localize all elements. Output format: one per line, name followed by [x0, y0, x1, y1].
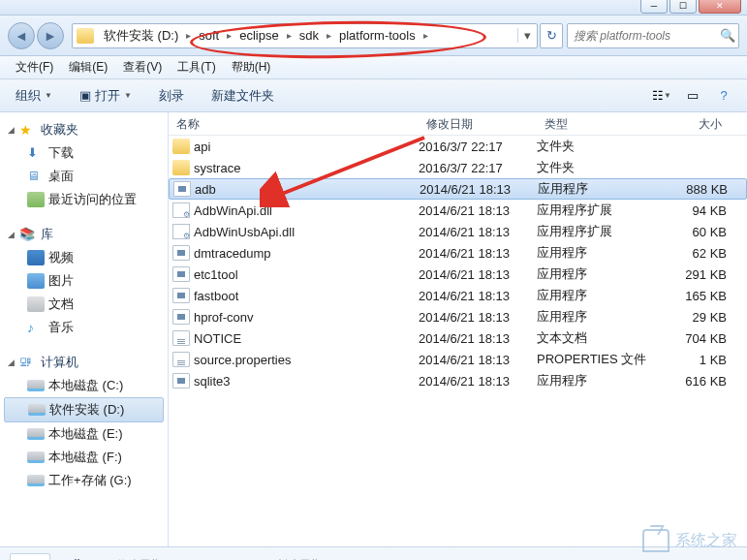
column-headers: 名称 修改日期 类型 大小	[169, 112, 747, 136]
libraries-header[interactable]: ◢ 📚 库	[0, 223, 168, 246]
sidebar-item-drive-g[interactable]: 工作+存储 (G:)	[0, 469, 168, 492]
file-type: 应用程序	[537, 265, 655, 283]
chevron-right-icon[interactable]: ▸	[225, 30, 233, 41]
search-box[interactable]: 🔍	[567, 23, 739, 48]
file-row[interactable]: AdbWinApi.dll2014/6/21 18:13应用程序扩展94 KB	[169, 200, 747, 221]
view-options-button[interactable]: ☷▼	[648, 84, 675, 108]
file-row[interactable]: adb2014/6/21 18:13应用程序888 KB	[169, 178, 747, 200]
burn-button[interactable]: 刻录	[153, 84, 190, 108]
file-row[interactable]: source.properties2014/6/21 18:13PROPERTI…	[169, 349, 747, 370]
sidebar-item-drive-c[interactable]: 本地磁盘 (C:)	[0, 374, 168, 397]
chevron-down-icon: ▼	[124, 91, 132, 100]
sidebar-item-recent[interactable]: 最近访问的位置	[0, 188, 168, 211]
libraries-label: 库	[41, 226, 53, 243]
address-bar: ◄ ► 软件安装 (D:)▸ soft▸ eclipse▸ sdk▸ platf…	[0, 16, 747, 56]
close-button[interactable]: ✕	[699, 0, 741, 14]
recent-icon	[27, 192, 45, 207]
file-type: 应用程序扩展	[537, 202, 655, 219]
file-row[interactable]: fastboot2014/6/21 18:13应用程序165 KB	[169, 285, 747, 306]
column-type[interactable]: 类型	[537, 112, 655, 135]
app-icon: ▣	[79, 88, 91, 103]
file-list[interactable]: 名称 修改日期 类型 大小 api2016/3/7 22:17文件夹systra…	[169, 112, 747, 546]
menu-view[interactable]: 查看(V)	[115, 57, 170, 78]
file-size: 704 KB	[655, 331, 727, 346]
chevron-right-icon[interactable]: ▸	[325, 30, 333, 41]
column-date[interactable]: 修改日期	[419, 112, 537, 135]
file-icon	[172, 288, 190, 303]
file-row[interactable]: AdbWinUsbApi.dll2014/6/21 18:13应用程序扩展60 …	[169, 221, 747, 242]
file-type: 文本文档	[537, 329, 655, 347]
sidebar-item-downloads[interactable]: ⬇下载	[0, 141, 168, 165]
menu-edit[interactable]: 编辑(E)	[61, 57, 115, 78]
breadcrumb-item[interactable]: soft	[193, 25, 225, 46]
forward-button[interactable]: ►	[37, 22, 64, 49]
chevron-right-icon[interactable]: ▸	[421, 30, 430, 41]
breadcrumb-item[interactable]: platform-tools	[333, 25, 421, 46]
menu-file[interactable]: 文件(F)	[8, 57, 61, 78]
minimize-button[interactable]: ─	[640, 0, 668, 14]
breadcrumb[interactable]: 软件安装 (D:)▸ soft▸ eclipse▸ sdk▸ platform-…	[72, 23, 538, 48]
refresh-button[interactable]: ↻	[540, 23, 563, 48]
sidebar-item-drive-d[interactable]: 软件安装 (D:)	[4, 397, 164, 422]
file-row[interactable]: etc1tool2014/6/21 18:13应用程序291 KB	[169, 264, 747, 285]
sidebar-item-documents[interactable]: 文档	[0, 293, 168, 316]
file-type: 应用程序	[538, 180, 656, 198]
sidebar-item-drive-e[interactable]: 本地磁盘 (E:)	[0, 422, 168, 446]
back-button[interactable]: ◄	[8, 22, 35, 49]
chevron-down-icon: ▼	[45, 91, 52, 100]
computer-header[interactable]: ◢ 🖳 计算机	[0, 351, 168, 374]
maximize-button[interactable]: ☐	[669, 0, 697, 14]
new-folder-button[interactable]: 新建文件夹	[205, 84, 280, 108]
file-date: 2014/6/21 18:13	[419, 246, 537, 261]
breadcrumb-item[interactable]: eclipse	[233, 25, 284, 46]
file-row[interactable]: dmtracedump2014/6/21 18:13应用程序62 KB	[169, 242, 747, 264]
address-dropdown[interactable]: ▾	[517, 28, 537, 43]
sidebar-item-desktop[interactable]: 🖥桌面	[0, 165, 168, 188]
search-input[interactable]	[574, 29, 720, 43]
navigation-pane[interactable]: ◢ ★ 收藏夹 ⬇下载 🖥桌面 最近访问的位置 ◢ 📚 库 视频 图片 文档 ♪…	[0, 112, 169, 546]
sidebar-item-music[interactable]: ♪音乐	[0, 316, 168, 339]
file-row[interactable]: sqlite32014/6/21 18:13应用程序616 KB	[169, 370, 747, 391]
help-button[interactable]: ?	[710, 84, 737, 108]
preview-pane-button[interactable]: ▭	[679, 84, 706, 108]
file-type: 文件夹	[537, 159, 655, 176]
file-row[interactable]: api2016/3/7 22:17文件夹	[169, 136, 747, 157]
chevron-right-icon[interactable]: ▸	[285, 30, 294, 41]
file-icon	[172, 224, 190, 239]
details-pane: adb 应用程序 修改日期: 2014/6/21 18:13 大小: 887 K…	[0, 546, 747, 560]
menu-bar: 文件(F) 编辑(E) 查看(V) 工具(T) 帮助(H)	[0, 56, 747, 79]
file-icon	[172, 309, 190, 325]
favorites-group: ◢ ★ 收藏夹 ⬇下载 🖥桌面 最近访问的位置	[0, 118, 168, 211]
computer-group: ◢ 🖳 计算机 本地磁盘 (C:) 软件安装 (D:) 本地磁盘 (E:) 本地…	[0, 351, 168, 492]
file-icon	[172, 330, 190, 346]
file-size: 29 KB	[655, 310, 727, 325]
sidebar-item-drive-f[interactable]: 本地磁盘 (F:)	[0, 446, 168, 469]
column-name[interactable]: 名称	[169, 112, 419, 135]
file-row[interactable]: systrace2016/3/7 22:17文件夹	[169, 157, 747, 178]
file-name: etc1tool	[194, 267, 419, 282]
sidebar-item-pictures[interactable]: 图片	[0, 269, 168, 293]
open-button[interactable]: ▣ 打开 ▼	[74, 84, 138, 108]
organize-button[interactable]: 组织 ▼	[10, 84, 58, 108]
libraries-group: ◢ 📚 库 视频 图片 文档 ♪音乐	[0, 223, 168, 339]
file-name: NOTICE	[194, 331, 419, 346]
file-type: 应用程序	[537, 287, 655, 304]
breadcrumb-item[interactable]: sdk	[294, 25, 325, 46]
file-size: 165 KB	[655, 289, 727, 303]
file-name: hprof-conv	[194, 310, 419, 325]
favorites-header[interactable]: ◢ ★ 收藏夹	[0, 118, 168, 141]
column-size[interactable]: 大小	[655, 112, 731, 135]
sidebar-item-videos[interactable]: 视频	[0, 246, 168, 269]
file-icon	[172, 139, 190, 154]
file-row[interactable]: NOTICE2014/6/21 18:13文本文档704 KB	[169, 327, 747, 349]
file-type: 应用程序	[537, 372, 655, 389]
menu-tools[interactable]: 工具(T)	[170, 57, 223, 78]
file-date: 2016/3/7 22:17	[419, 140, 537, 154]
search-icon[interactable]: 🔍	[720, 28, 735, 43]
menu-help[interactable]: 帮助(H)	[224, 57, 279, 78]
file-size: 62 KB	[655, 246, 727, 261]
chevron-right-icon[interactable]: ▸	[184, 30, 193, 41]
file-date: 2014/6/21 18:13	[419, 353, 537, 367]
breadcrumb-item[interactable]: 软件安装 (D:)	[98, 24, 184, 47]
file-row[interactable]: hprof-conv2014/6/21 18:13应用程序29 KB	[169, 306, 747, 327]
